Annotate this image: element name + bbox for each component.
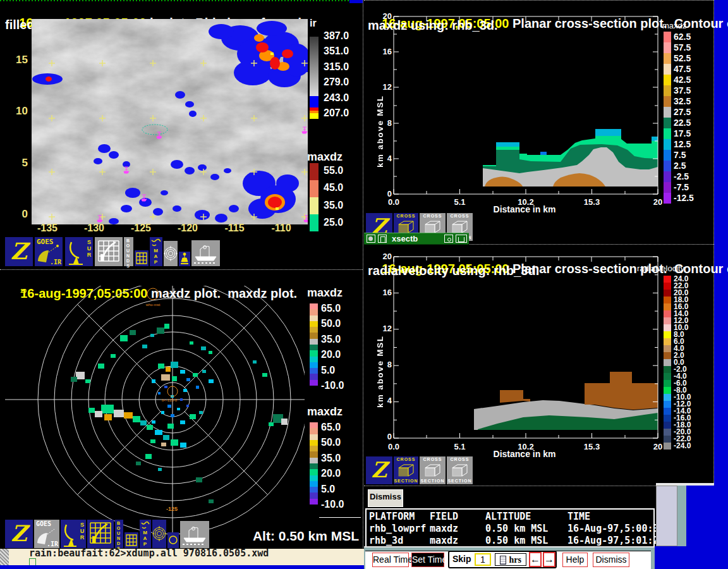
dismiss-button[interactable]: Dismiss xyxy=(593,553,629,567)
ir-colorbar-label: ir xyxy=(310,18,317,29)
map-label: MAP xyxy=(153,248,158,265)
bounds-overlay-icon[interactable]: BOUNDS xyxy=(115,520,123,548)
cell-platform: rhb_lowprf xyxy=(369,523,430,535)
window-menu-button[interactable] xyxy=(367,235,375,243)
colorbar-block xyxy=(310,487,318,493)
map-overlay-icon[interactable]: MAP xyxy=(140,520,151,548)
xsect-radial-colorbar xyxy=(664,276,671,450)
skip-value-input[interactable]: 1 xyxy=(475,553,491,566)
colorbar-block xyxy=(310,463,318,469)
tick-label: 45.0 xyxy=(324,182,364,193)
tick-label: 351.0 xyxy=(324,46,364,56)
colorbar-block xyxy=(310,446,318,451)
tick-label: 20.0 xyxy=(321,468,363,479)
tick-label: 243.0 xyxy=(324,92,364,103)
zebra-logo-icon[interactable]: Z xyxy=(5,237,33,266)
desktop-background xyxy=(686,486,714,546)
tick-label: -120 xyxy=(172,223,203,235)
colorbar-block xyxy=(664,303,671,310)
help-button[interactable]: Help xyxy=(562,553,588,567)
colorbar-block xyxy=(664,107,671,118)
colorbar-block xyxy=(664,297,671,303)
colorbar-block xyxy=(310,493,318,498)
hrs-button[interactable]: hrs xyxy=(495,553,526,566)
colorbar-block xyxy=(664,429,671,436)
time-control-bar: Real Time Set Time Skip 1 hrs ← → Help D… xyxy=(364,546,655,569)
buoy-marker-icon[interactable] xyxy=(179,252,190,266)
tick-label: 387.0 xyxy=(324,30,364,41)
zebra-logo-icon[interactable]: Z xyxy=(366,456,392,484)
cross-section-icon-active[interactable]: CROSS SECTION xyxy=(394,456,418,484)
ppi-lon-label: -125 xyxy=(166,506,178,512)
skip-group: Skip 1 hrs ← → xyxy=(448,551,557,568)
platform-status-table: PLATFORM FIELD ALTITUDE TIME rhb_lowprf … xyxy=(365,508,655,548)
ppi-colorbar1-label: maxdz xyxy=(307,286,343,300)
cross-section-icon[interactable]: CROSS SECTION xyxy=(447,456,473,484)
tick-label: 12.5 xyxy=(674,139,712,150)
xsect-maxdz-ylabel: km above MSL xyxy=(375,60,385,168)
center-marker-label: b<-125-8 xyxy=(162,398,178,402)
set-time-button[interactable]: Set Time xyxy=(411,553,444,567)
zebra-logo-icon[interactable]: Z xyxy=(5,520,33,548)
grid-overlay-icon[interactable] xyxy=(87,520,114,548)
terminal-window[interactable]: rain:beaufait:62>xdump.all 970816.0505.x… xyxy=(0,549,364,565)
tick-label: 279.0 xyxy=(324,76,364,87)
position-grid-icon[interactable] xyxy=(124,532,138,548)
goes-ir-icon[interactable]: GOES .IR xyxy=(35,237,63,266)
status-table-header: PLATFORM FIELD ALTITUDE TIME xyxy=(369,511,651,523)
window-restore-button[interactable] xyxy=(456,235,467,243)
radar-echoes xyxy=(71,324,288,503)
status-dismiss-button[interactable]: Dismiss xyxy=(367,488,404,508)
circle-marker-icon[interactable] xyxy=(167,532,179,548)
step-back-button[interactable]: ← xyxy=(529,552,542,567)
tick-label: -135 xyxy=(32,223,63,235)
step-forward-button[interactable]: → xyxy=(543,552,555,567)
colorbar-block xyxy=(664,324,671,331)
cross-label: CROSS xyxy=(423,214,442,219)
tick-label: 47.5 xyxy=(674,64,712,75)
window-file-button[interactable] xyxy=(378,235,387,243)
bounds-overlay-icon[interactable]: BOUNDS xyxy=(124,237,133,266)
goes-ir-label: .IR xyxy=(50,259,61,266)
xsect-radial-title-text: Planar cross-section plot. Contour of xyxy=(509,262,728,276)
goes-ir-icon[interactable]: GOES .IR xyxy=(34,520,59,548)
tick-label: -12.5 xyxy=(674,193,712,204)
tick-label: 7.5 xyxy=(674,150,712,161)
colorbar-block xyxy=(310,434,318,440)
colorbar-block xyxy=(664,118,671,128)
surveillance-radar-icon[interactable]: SUR xyxy=(61,520,86,548)
ship-track-icon[interactable] xyxy=(191,240,220,266)
colorbar-block xyxy=(664,415,671,422)
colorbar-block xyxy=(310,357,318,362)
map-overlay-icon[interactable]: MAP xyxy=(150,237,162,266)
real-time-button[interactable]: Real Time xyxy=(372,553,409,567)
colorbar-block xyxy=(664,150,671,161)
colorbar-block xyxy=(310,362,318,368)
window-dot-button[interactable] xyxy=(444,235,453,243)
colorbar-block xyxy=(664,161,671,171)
surveillance-radar-icon[interactable]: SUR xyxy=(65,237,93,266)
colorbar-block xyxy=(664,193,671,204)
section-label: SECTION xyxy=(394,479,418,484)
ir-satellite-image[interactable] xyxy=(32,19,308,224)
ir-colorbar xyxy=(310,37,318,119)
scrollbar[interactable] xyxy=(656,486,677,546)
tick-label: 27.5 xyxy=(674,107,712,118)
cross-section-icon[interactable]: CROSS SECTION xyxy=(420,456,446,484)
range-rings-icon[interactable] xyxy=(164,241,178,266)
colorbar-block xyxy=(664,64,671,75)
colorbar-block xyxy=(664,394,671,401)
range-rings-icon[interactable] xyxy=(152,520,166,548)
ppi-colorbar1-values: 65.050.035.020.05.0-10.0 xyxy=(321,303,363,391)
ppi-radar-display[interactable]: who-mst b<-125-8 -125 xyxy=(5,286,305,541)
tick-label: 50.0 xyxy=(321,318,363,329)
colorbar-block xyxy=(664,422,671,429)
tick-label: 17.5 xyxy=(674,128,712,139)
ship-track-icon[interactable] xyxy=(180,521,209,548)
tick-label: 22.5 xyxy=(674,118,712,128)
tick-label: 16 xyxy=(377,47,392,57)
grid-overlay-icon[interactable] xyxy=(95,237,123,266)
position-grid-icon[interactable] xyxy=(135,250,149,266)
tick-label: 207.0 xyxy=(324,107,364,118)
xsect-radial-ylabel: km above MSL xyxy=(375,300,385,408)
